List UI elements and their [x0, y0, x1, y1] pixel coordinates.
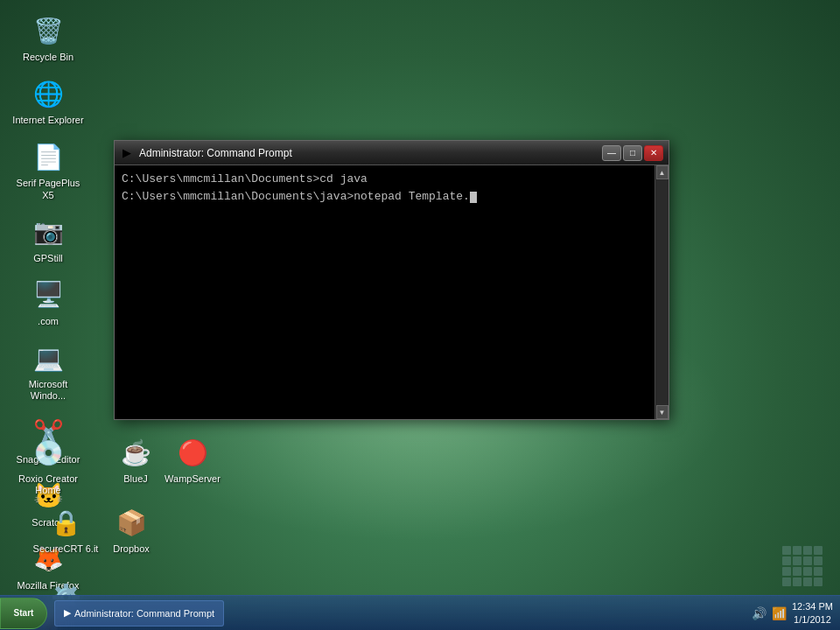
microsoft-windows-label: Microsoft Windo... [12, 379, 84, 402]
desktop-icon-dropbox[interactable]: 📦 Dropbox [92, 499, 171, 560]
desktop-icons-bottom: 💿 Roxio Creator Home [0, 429, 96, 501]
wamp-icon: 🔴 [174, 434, 211, 471]
scrollbar-track[interactable] [656, 179, 668, 405]
gpstill-label: GPStill [33, 253, 63, 264]
desktop-icon-dropbox-container: 📦 Dropbox [92, 499, 171, 560]
ie-label: Internet Explorer [12, 115, 83, 126]
ecom-label: .com [38, 316, 59, 327]
microsoft-windows-icon: 💻 [30, 340, 66, 376]
dropbox-icon: 📦 [113, 504, 150, 541]
taskbar-item-cmd-icon: ▶ [64, 607, 71, 619]
ecom-icon: 🖥️ [30, 276, 66, 313]
tray-clock-date: 1/1/2012 [792, 613, 833, 626]
close-button[interactable]: ✕ [644, 145, 663, 161]
desktop-icon-wamp[interactable]: 🔴 WampServer [153, 429, 232, 490]
taskbar-items: ▶ Administrator: Command Prompt [51, 596, 745, 630]
cmd-line-1: C:\Users\mmcmillan\Documents>cd java [122, 171, 648, 188]
desktop-icon-wamp-container: 🔴 WampServer [153, 429, 232, 490]
gpstill-icon: 📷 [30, 214, 66, 250]
bluej-label: BlueJ [123, 473, 148, 485]
desktop-icon-microsoft-windows[interactable]: 💻 Microsoft Windo... [9, 334, 88, 407]
cmd-content[interactable]: C:\Users\mmcmillan\Documents>cd java C:\… [115, 165, 654, 419]
desktop-icon-gpstill[interactable]: 📷 GPStill [9, 208, 88, 270]
recycle-bin-icon: 🗑️ [30, 12, 66, 49]
cmd-body: C:\Users\mmcmillan\Documents>cd java C:\… [115, 165, 668, 419]
securecrt-label: SecureCRT 6.it [33, 543, 99, 555]
cmd-cursor [470, 192, 477, 203]
securecrt-icon: 🔒 [47, 504, 84, 541]
taskbar-item-cmd[interactable]: ▶ Administrator: Command Prompt [54, 600, 224, 626]
serif-label: Serif PagePlus X5 [12, 178, 84, 200]
cmd-scrollbar[interactable]: ▲ ▼ [654, 165, 668, 419]
cmd-window[interactable]: ▶ Administrator: Command Prompt — □ ✕ C:… [114, 140, 669, 420]
tray-clock-time: 12:34 PM [792, 600, 833, 612]
desktop-icon-serif[interactable]: 📄 Serif PagePlus X5 [9, 133, 88, 206]
scrollbar-up-button[interactable]: ▲ [656, 165, 668, 179]
scrollbar-down-button[interactable]: ▼ [656, 405, 668, 419]
tray-volume-icon: 📶 [772, 606, 787, 620]
cmd-line-2: C:\Users\mmcmillan\Documents\java>notepa… [122, 188, 648, 206]
minimize-button[interactable]: — [602, 145, 621, 161]
bluej-icon: ☕ [117, 434, 154, 471]
cmd-titlebar-buttons: — □ ✕ [602, 145, 663, 161]
tray-network-icon: 🔊 [752, 606, 766, 620]
taskbar: Start ▶ Administrator: Command Prompt 🔊 … [0, 595, 840, 630]
cmd-titlebar[interactable]: ▶ Administrator: Command Prompt — □ ✕ [115, 141, 668, 165]
cmd-titlebar-title: Administrator: Command Prompt [139, 147, 602, 159]
start-button[interactable]: Start [0, 598, 47, 629]
serif-icon: 📄 [30, 138, 66, 175]
taskbar-tray: 🔊 📶 12:34 PM 1/1/2012 [745, 600, 840, 626]
wamp-label: WampServer [164, 473, 220, 485]
roxio-icon: 💿 [30, 434, 66, 471]
desktop-icon-ecom[interactable]: 🖥️ .com [9, 271, 88, 332]
roxio-label: Roxio Creator Home [12, 473, 84, 496]
dropbox-label: Dropbox [113, 543, 150, 555]
taskbar-item-cmd-label: Administrator: Command Prompt [74, 608, 214, 619]
tray-clock[interactable]: 12:34 PM 1/1/2012 [792, 600, 833, 626]
cmd-titlebar-icon: ▶ [120, 146, 134, 160]
desktop-icon-ie[interactable]: 🌐 Internet Explorer [9, 70, 88, 131]
windows-logo-decoration [782, 546, 822, 586]
maximize-button[interactable]: □ [623, 145, 642, 161]
desktop: 🗑️ Recycle Bin 🌐 Internet Explorer 📄 Ser… [0, 0, 840, 630]
desktop-icon-roxio[interactable]: 💿 Roxio Creator Home [9, 429, 88, 501]
recycle-bin-label: Recycle Bin [23, 52, 74, 63]
ie-icon: 🌐 [30, 75, 66, 112]
desktop-icon-recycle-bin[interactable]: 🗑️ Recycle Bin [9, 7, 88, 68]
start-button-label: Start [14, 608, 34, 618]
